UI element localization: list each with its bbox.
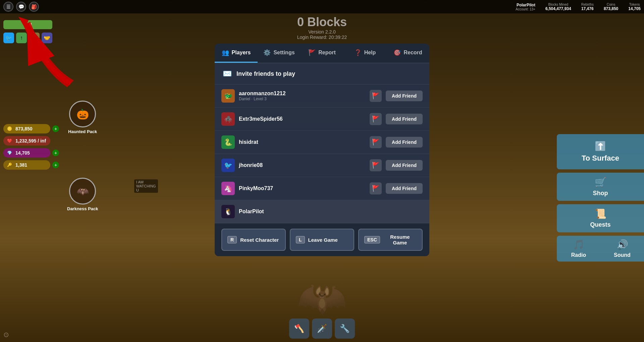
watching-notice: I AM WATCHING U — [134, 179, 158, 193]
tab-help[interactable]: ❓ Help — [343, 44, 386, 63]
resume-label: Resume Game — [383, 234, 417, 245]
envelope-icon: ✉️ — [223, 69, 232, 78]
toolbar-item-1[interactable]: 🗡️ — [312, 319, 332, 339]
packs-area: I AM WATCHING U 🎃 Haunted Pack 🦇 Darknes… — [67, 80, 98, 216]
leave-label: Leave Game — [308, 237, 338, 243]
tab-bar: 👥 Players ⚙️ Settings 🚩 Report ❓ Help 🎯 … — [215, 44, 429, 63]
quests-button[interactable]: 📜 Quests — [557, 204, 644, 232]
shop-icon: 🛒 — [595, 177, 606, 188]
haunted-pack[interactable]: 🎃 Haunted Pack — [67, 101, 98, 134]
radio-sound-row: 🎵 Radio 🔊 Sound — [557, 236, 644, 262]
darkness-pack[interactable]: 🦇 Darkness Pack — [67, 178, 98, 211]
toolbar-item-2[interactable]: 🔧 — [335, 319, 355, 339]
player-list: 🐲aaronmanzon1212Daniel · Level 3🚩Add Fri… — [215, 84, 429, 223]
coins-amount: 873,850 — [15, 126, 33, 131]
report-flag-button[interactable]: 🚩 — [370, 136, 382, 148]
add-friend-button[interactable]: Add Friend — [386, 114, 423, 124]
menu-button[interactable]: ☰ — [3, 2, 13, 12]
report-flag-button[interactable]: 🚩 — [370, 159, 382, 171]
blocks-count: 0 Blocks — [297, 15, 347, 29]
keys-icon: 🔑 — [6, 162, 13, 168]
tokens-value: 14,705 — [628, 6, 641, 11]
sound-icon: 🔊 — [616, 239, 628, 250]
resume-game-button[interactable]: ESC Resume Game — [358, 229, 423, 251]
leave-game-button[interactable]: L Leave Game — [290, 229, 354, 251]
player-info: Extr3meSpider56 — [239, 116, 366, 122]
radio-icon: 🎵 — [573, 239, 585, 250]
coins-plus-button[interactable]: + — [52, 125, 59, 132]
radio-button[interactable]: 🎵 Radio — [557, 236, 600, 262]
player-info: jhonrie08 — [239, 162, 366, 168]
player-avatar: 🐦 — [221, 159, 235, 172]
game-title: 0 Blocks Version 2.2.0 Login Reward: 20:… — [297, 15, 347, 40]
top-bar-right: PolarPilot Account: 13+ Blocks Mined 6,5… — [516, 3, 641, 11]
health-pill: ❤️ 1,232,595 / inf — [3, 136, 50, 146]
keys-pill: 🔑 1,381 — [3, 160, 50, 170]
menu-icon: ☰ — [6, 4, 11, 9]
username-label: PolarPilot — [517, 3, 535, 7]
bag-button[interactable]: 🎒 — [29, 2, 39, 12]
coins-row: 🪙 873,850 + — [3, 124, 59, 133]
to-surface-button[interactable]: ⬆️ To Surface — [557, 134, 644, 169]
keys-amount: 1,381 — [15, 162, 27, 168]
blocks-mined-stat: Blocks Mined 6,504,477,934 — [545, 3, 571, 11]
blocks-mined-value: 6,504,477,934 — [545, 6, 571, 11]
chat-icon: 💬 — [18, 4, 24, 9]
coins-icon: 🪙 — [6, 125, 13, 132]
resource-counters: 🪙 873,850 + ❤️ 1,232,595 / inf 💎 14,705 … — [3, 124, 59, 170]
coins-stat: Coins 873,850 — [604, 3, 618, 11]
rebirths-label: Rebirths — [581, 3, 594, 6]
report-flag-button[interactable]: 🚩 — [370, 182, 382, 194]
settings-tab-label: Settings — [273, 50, 294, 56]
add-friend-button[interactable]: Add Friend — [386, 183, 423, 194]
gems-plus-button[interactable]: + — [52, 150, 59, 156]
inventory-icon[interactable]: 🎒 — [29, 33, 40, 43]
report-flag-button[interactable]: 🚩 — [370, 113, 382, 125]
add-friend-button[interactable]: Add Friend — [386, 160, 423, 171]
health-amount: 1,232,595 / inf — [15, 138, 46, 144]
health-row: ❤️ 1,232,595 / inf — [3, 136, 59, 146]
twitter-icon[interactable]: 🐦 — [3, 33, 14, 43]
coins-pill: 🪙 873,850 — [3, 124, 50, 133]
reset-key: R — [227, 236, 237, 243]
to-surface-icon: ⬆️ — [595, 141, 606, 152]
left-sidebar: Sell 🐦 ↑ 🎒 🤝 — [0, 17, 56, 47]
add-friend-button[interactable]: Add Friend — [386, 91, 423, 101]
toolbar-item-0[interactable]: 🪓 — [289, 319, 309, 339]
gems-pill: 💎 14,705 — [3, 148, 50, 158]
shop-button[interactable]: 🛒 Shop — [557, 173, 644, 201]
tab-record[interactable]: 🎯 Record — [386, 44, 429, 63]
tab-settings[interactable]: ⚙️ Settings — [258, 44, 301, 63]
player-info: PolarPilot — [239, 209, 423, 215]
keys-plus-button[interactable]: + — [52, 162, 59, 168]
record-tab-icon: 🎯 — [393, 49, 401, 56]
add-friend-button[interactable]: Add Friend — [386, 137, 423, 148]
player-row: 🐍hisidrat🚩Add Friend — [215, 131, 429, 154]
player-row: 🕷️Extr3meSpider56🚩Add Friend — [215, 108, 429, 131]
tokens-label: Tokens — [629, 3, 640, 6]
sound-button[interactable]: 🔊 Sound — [600, 236, 644, 262]
player-name: PinkyMoo737 — [239, 185, 366, 191]
top-bar-left: ☰ 💬 🎒 — [3, 2, 39, 12]
quests-label: Quests — [590, 221, 610, 228]
sell-button[interactable]: Sell — [3, 20, 52, 29]
bottom-left-indicator: ⊙ — [3, 331, 9, 339]
report-flag-button[interactable]: 🚩 — [370, 90, 382, 102]
player-display-name: Daniel · Level 3 — [239, 97, 366, 101]
player-avatar: 🐲 — [221, 89, 235, 103]
social-icons-row: 🐦 ↑ 🎒 🤝 — [3, 33, 52, 43]
tab-players[interactable]: 👥 Players — [215, 44, 258, 63]
darkness-pack-label: Darkness Pack — [67, 206, 98, 211]
rebirth-icon[interactable]: ↑ — [16, 33, 27, 43]
reset-character-button[interactable]: R Reset Character — [221, 229, 286, 251]
chat-button[interactable]: 💬 — [16, 2, 26, 12]
players-tab-icon: 👥 — [222, 49, 229, 56]
player-row: 🦄PinkyMoo737🚩Add Friend — [215, 177, 429, 200]
tab-report[interactable]: 🚩 Report — [301, 44, 343, 63]
trade-icon[interactable]: 🤝 — [42, 33, 52, 43]
health-icon: ❤️ — [6, 137, 13, 144]
invite-banner[interactable]: ✉️ Invite friends to play — [215, 63, 429, 84]
invite-text: Invite friends to play — [236, 70, 295, 77]
modal-footer: R Reset Character L Leave Game ESC Resum… — [215, 223, 429, 256]
rebirths-value: 17,476 — [581, 6, 594, 11]
